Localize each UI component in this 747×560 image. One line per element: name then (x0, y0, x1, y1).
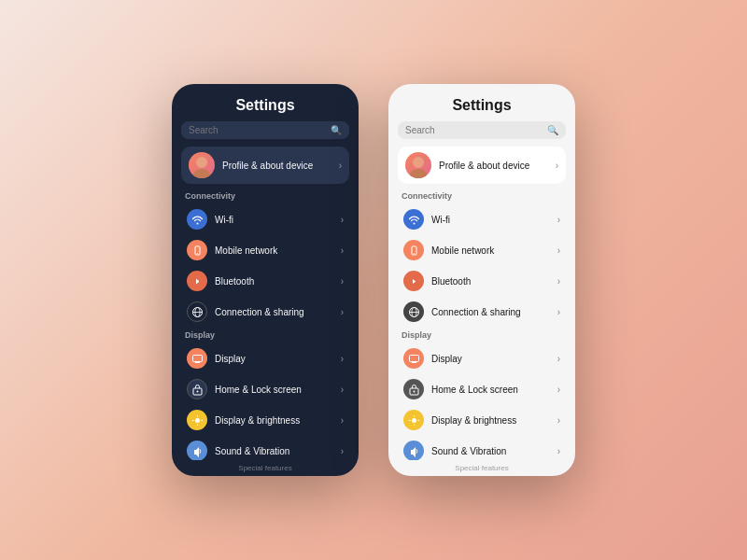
light-display-icon (403, 348, 424, 369)
dark-search-icon: 🔍 (331, 125, 342, 135)
light-title: Settings (388, 84, 575, 121)
light-sound-item[interactable]: Sound & Vibration › (398, 436, 566, 460)
light-content: Profile & about device › Connectivity Wi… (388, 147, 575, 460)
dark-connection-icon (187, 301, 207, 322)
dark-connection-item[interactable]: Connection & sharing › (181, 297, 349, 327)
light-bluetooth-icon (403, 271, 424, 291)
light-section-connectivity: Connectivity (402, 191, 566, 201)
light-homelock-icon (403, 379, 424, 399)
light-brightness-chevron: › (557, 415, 560, 426)
dark-homelock-chevron: › (341, 385, 344, 395)
light-connection-icon (403, 301, 424, 322)
svg-point-13 (195, 418, 200, 423)
dark-display-label: Display (215, 354, 341, 364)
light-brightness-icon (403, 410, 424, 430)
light-connection-label: Connection & sharing (431, 307, 557, 317)
dark-sound-chevron: › (341, 446, 344, 456)
light-mobile-icon (403, 240, 424, 260)
dark-profile-chevron: › (339, 161, 342, 171)
dark-mobile-label: Mobile network (215, 245, 341, 256)
light-mobile-chevron: › (557, 245, 560, 256)
svg-rect-30 (409, 355, 418, 361)
dark-display-chevron: › (341, 354, 344, 364)
svg-rect-8 (192, 355, 202, 361)
light-sound-icon (403, 441, 424, 460)
dark-bluetooth-chevron: › (341, 276, 344, 287)
light-bluetooth-item[interactable]: Bluetooth › (398, 266, 566, 296)
dark-mobile-icon (187, 240, 207, 260)
light-phone: Settings 🔍 Profile & about device › Conn… (388, 84, 575, 476)
light-profile-row[interactable]: Profile & about device › (398, 147, 566, 184)
light-wifi-icon (403, 209, 424, 230)
dark-sound-label: Sound & Vibration (215, 446, 341, 456)
dark-display-item[interactable]: Display › (181, 343, 349, 373)
light-mobile-item[interactable]: Mobile network › (398, 235, 566, 265)
dark-wifi-chevron: › (341, 215, 344, 225)
light-connection-item[interactable]: Connection & sharing › (398, 297, 566, 327)
svg-point-22 (413, 157, 424, 168)
dark-mobile-item[interactable]: Mobile network › (181, 235, 349, 265)
dark-sound-item[interactable]: Sound & Vibration › (181, 436, 349, 460)
svg-point-1 (193, 169, 210, 178)
svg-point-35 (412, 418, 416, 423)
svg-point-12 (196, 390, 198, 392)
dark-homelock-item[interactable]: Home & Lock screen › (181, 374, 349, 404)
dark-bluetooth-item[interactable]: Bluetooth › (181, 266, 349, 296)
light-mobile-label: Mobile network (431, 245, 557, 256)
light-wifi-chevron: › (557, 215, 560, 225)
svg-point-34 (413, 390, 415, 392)
dark-footer: Special features (172, 460, 359, 476)
dark-mobile-chevron: › (341, 245, 344, 256)
light-display-item[interactable]: Display › (398, 343, 566, 373)
dark-profile-avatar (189, 152, 215, 178)
light-display-label: Display (431, 354, 557, 364)
dark-search-input[interactable] (189, 125, 331, 135)
light-brightness-label: Display & brightness (431, 415, 557, 426)
light-profile-label: Profile & about device (439, 161, 556, 171)
dark-profile-label: Profile & about device (222, 161, 339, 171)
light-homelock-label: Home & Lock screen (431, 385, 557, 395)
light-wifi-item[interactable]: Wi-fi › (398, 204, 566, 234)
dark-section-display: Display (185, 330, 349, 340)
light-brightness-item[interactable]: Display & brightness › (398, 405, 566, 435)
dark-section-connectivity: Connectivity (185, 191, 349, 201)
light-search-bar[interactable]: 🔍 (398, 121, 566, 139)
dark-homelock-icon (187, 379, 207, 399)
dark-phone: Settings 🔍 Profile & about device › Conn… (172, 84, 359, 476)
dark-profile-row[interactable]: Profile & about device › (181, 147, 349, 184)
dark-brightness-item[interactable]: Display & brightness › (181, 405, 349, 435)
dark-brightness-chevron: › (341, 415, 344, 426)
dark-search-bar[interactable]: 🔍 (181, 121, 349, 139)
dark-connection-chevron: › (341, 307, 344, 317)
light-wifi-label: Wi-fi (431, 215, 557, 225)
light-bluetooth-chevron: › (557, 276, 560, 287)
light-footer: Special features (388, 460, 575, 476)
dark-homelock-label: Home & Lock screen (215, 385, 341, 395)
dark-brightness-icon (187, 410, 207, 430)
dark-brightness-label: Display & brightness (215, 415, 341, 426)
dark-bluetooth-icon (187, 271, 207, 291)
light-sound-label: Sound & Vibration (431, 446, 557, 456)
light-search-input[interactable] (405, 125, 547, 135)
dark-wifi-icon (187, 209, 207, 230)
dark-connection-label: Connection & sharing (215, 307, 341, 317)
dark-wifi-item[interactable]: Wi-fi › (181, 204, 349, 234)
light-profile-avatar (405, 152, 431, 178)
svg-point-0 (196, 157, 207, 168)
light-homelock-item[interactable]: Home & Lock screen › (398, 374, 566, 404)
dark-content: Profile & about device › Connectivity Wi… (172, 147, 359, 460)
dark-wifi-label: Wi-fi (215, 215, 341, 225)
light-profile-chevron: › (556, 161, 558, 171)
dark-display-icon (187, 348, 207, 369)
light-display-chevron: › (557, 354, 560, 364)
light-sound-chevron: › (557, 446, 560, 456)
dark-title: Settings (172, 84, 359, 121)
light-homelock-chevron: › (557, 385, 560, 395)
dark-sound-icon (187, 441, 207, 460)
light-search-icon: 🔍 (547, 125, 558, 135)
svg-point-25 (413, 252, 414, 253)
svg-point-3 (196, 252, 197, 253)
light-connection-chevron: › (557, 307, 560, 317)
light-bluetooth-label: Bluetooth (431, 276, 557, 287)
svg-point-23 (410, 169, 427, 178)
